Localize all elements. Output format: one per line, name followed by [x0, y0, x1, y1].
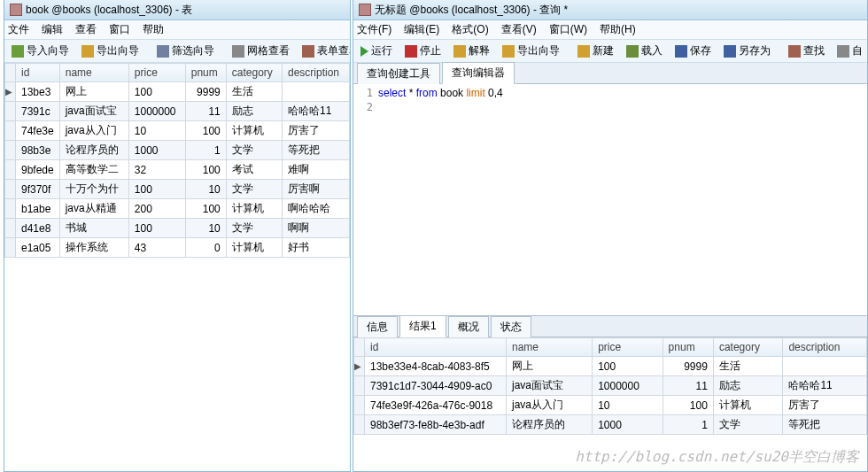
cell-price[interactable]: 32 [128, 160, 185, 180]
cell-id[interactable]: 13be33e4-8cab-4083-8f5 [365, 357, 507, 376]
cell-category[interactable]: 励志 [226, 102, 282, 121]
menu-help[interactable]: 帮助(H) [600, 22, 636, 37]
right-titlebar[interactable]: 无标题 @books (localhost_3306) - 查询 * [353, 0, 867, 20]
sql-code[interactable]: select * from book limit 0,4 [378, 86, 503, 313]
cell-name[interactable]: 书城 [59, 219, 128, 238]
tab-query-editor[interactable]: 查询编辑器 [442, 62, 515, 84]
col-price[interactable]: price [593, 338, 663, 357]
cell-price[interactable]: 100 [128, 219, 185, 238]
menu-edit[interactable]: 编辑(E) [404, 22, 439, 37]
cell-description[interactable]: 哈哈哈11 [282, 102, 349, 121]
cell-pnum[interactable]: 9999 [185, 82, 226, 102]
cell-name[interactable]: 网上 [59, 82, 128, 102]
table-row[interactable]: 7391cjava面试宝100000011励志哈哈哈11 [5, 102, 350, 121]
col-pnum[interactable]: pnum [185, 64, 226, 82]
cell-description[interactable]: 厉害了 [783, 396, 867, 415]
cell-category[interactable]: 计算机 [713, 396, 783, 415]
cell-id[interactable]: 7391c [16, 102, 60, 121]
cell-pnum[interactable]: 0 [185, 238, 226, 258]
sql-editor[interactable]: 12 select * from book limit 0,4 [353, 84, 867, 315]
cell-id[interactable]: 74fe3e [16, 121, 60, 141]
table-row[interactable]: 98b3e论程序员的10001文学等死把 [5, 141, 350, 160]
cell-price[interactable]: 200 [128, 199, 185, 219]
cell-description[interactable]: 啊啊 [282, 219, 349, 238]
col-category[interactable]: category [226, 64, 282, 82]
tab-profile[interactable]: 概况 [448, 316, 489, 337]
cell-pnum[interactable]: 100 [185, 121, 226, 141]
left-grid[interactable]: idnamepricepnumcategorydescription▶13be3… [4, 63, 350, 471]
cell-name[interactable]: java从入门 [59, 121, 128, 141]
cell-pnum[interactable]: 10 [185, 180, 226, 199]
cell-description[interactable]: 啊哈哈哈 [282, 199, 349, 219]
import-wizard-button[interactable]: 导入向导 [8, 42, 73, 60]
new-button[interactable]: 新建 [574, 42, 617, 60]
explain-button[interactable]: 解释 [450, 42, 493, 60]
cell-id[interactable]: b1abe [16, 199, 60, 219]
cell-category[interactable]: 计算机 [226, 121, 282, 141]
cell-id[interactable]: 13be3 [16, 82, 60, 102]
cell-category[interactable]: 文学 [226, 180, 282, 199]
cell-price[interactable]: 1000 [128, 141, 185, 160]
cell-description[interactable]: 难啊 [282, 160, 349, 180]
table-row[interactable]: ▶13be3网上1009999生活 [5, 82, 350, 102]
cell-id[interactable]: 7391c1d7-3044-4909-ac0 [365, 376, 507, 396]
menu-file[interactable]: 文件(F) [357, 22, 391, 37]
menu-window[interactable]: 窗口(W) [549, 22, 587, 37]
col-price[interactable]: price [128, 64, 185, 82]
table-row[interactable]: 98b3ef73-fe8b-4e3b-adf论程序员的10001文学等死把 [354, 415, 867, 435]
left-titlebar[interactable]: book @books (localhost_3306) - 表 [4, 0, 350, 20]
cell-price[interactable]: 100 [128, 82, 185, 102]
menu-window[interactable]: 窗口 [109, 22, 130, 37]
cell-name[interactable]: java面试宝 [507, 376, 593, 396]
cell-price[interactable]: 10 [128, 121, 185, 141]
cell-description[interactable]: 哈哈哈11 [783, 376, 867, 396]
cell-pnum[interactable]: 100 [185, 199, 226, 219]
menu-help[interactable]: 帮助 [143, 22, 164, 37]
cell-description[interactable] [783, 357, 867, 376]
cell-name[interactable]: java面试宝 [59, 102, 128, 121]
cell-pnum[interactable]: 100 [185, 160, 226, 180]
tab-status[interactable]: 状态 [491, 316, 531, 337]
cell-category[interactable]: 生活 [713, 357, 783, 376]
menu-file[interactable]: 文件 [8, 22, 29, 37]
cell-pnum[interactable]: 1 [663, 415, 713, 435]
cell-name[interactable]: java从精通 [59, 199, 128, 219]
cell-category[interactable]: 文学 [226, 219, 282, 238]
menu-view[interactable]: 查看 [75, 22, 97, 37]
result-grid[interactable]: idnamepricepnumcategorydescription▶13be3… [353, 337, 867, 471]
col-pnum[interactable]: pnum [663, 338, 713, 357]
cell-category[interactable]: 计算机 [226, 238, 282, 258]
cell-description[interactable]: 好书 [282, 238, 349, 258]
cell-price[interactable]: 100 [593, 357, 663, 376]
find-button[interactable]: 查找 [785, 42, 828, 60]
cell-category[interactable]: 文学 [713, 415, 783, 435]
cell-name[interactable]: 网上 [507, 357, 593, 376]
filter-wizard-button[interactable]: 筛选向导 [153, 42, 218, 60]
cell-price[interactable]: 1000000 [593, 376, 663, 396]
table-row[interactable]: 74fe3e9f-426a-476c-9018java从入门10100计算机厉害… [354, 396, 867, 415]
col-id[interactable]: id [365, 338, 507, 357]
cell-category[interactable]: 励志 [713, 376, 783, 396]
cell-id[interactable]: 9f370f [16, 180, 60, 199]
cell-pnum[interactable]: 11 [185, 102, 226, 121]
table-row[interactable]: b1abejava从精通200100计算机啊哈哈哈 [5, 199, 350, 219]
export-wizard-button[interactable]: 导出向导 [78, 42, 143, 60]
cell-id[interactable]: e1a05 [16, 238, 60, 258]
table-row[interactable]: 9f370f十万个为什10010文学厉害啊 [5, 180, 350, 199]
save-button[interactable]: 保存 [671, 42, 715, 60]
cell-name[interactable]: java从入门 [507, 396, 593, 415]
table-row[interactable]: e1a05操作系统430计算机好书 [5, 238, 350, 258]
run-button[interactable]: 运行 [357, 42, 396, 60]
cell-price[interactable]: 10 [593, 396, 663, 415]
load-button[interactable]: 载入 [623, 42, 666, 60]
cell-pnum[interactable]: 1 [185, 141, 226, 160]
cell-name[interactable]: 操作系统 [59, 238, 128, 258]
cell-pnum[interactable]: 10 [185, 219, 226, 238]
cell-name[interactable]: 论程序员的 [59, 141, 128, 160]
table-row[interactable]: 7391c1d7-3044-4909-ac0java面试宝100000011励志… [354, 376, 867, 396]
cell-category[interactable]: 文学 [226, 141, 282, 160]
col-id[interactable]: id [16, 64, 60, 82]
cell-price[interactable]: 100 [128, 180, 185, 199]
export-wizard-button[interactable]: 导出向导 [499, 42, 563, 60]
cell-name[interactable]: 十万个为什 [59, 180, 128, 199]
